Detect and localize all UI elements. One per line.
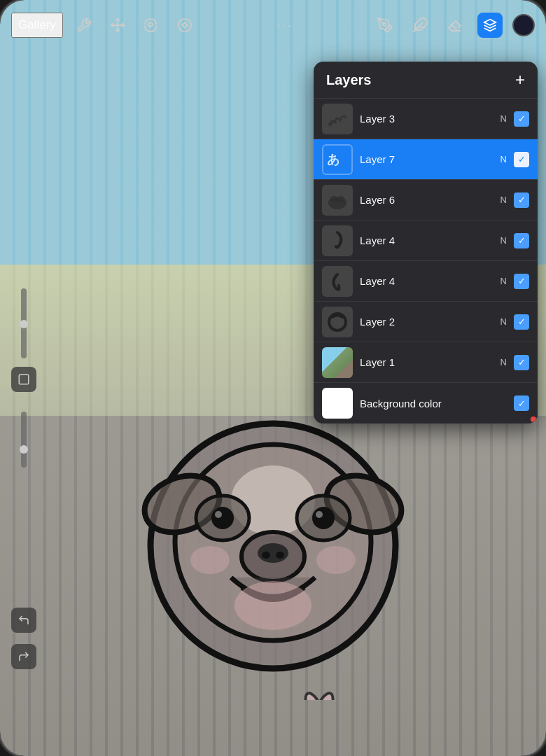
ipad-frame: Gallery bbox=[0, 0, 546, 756]
layer-row[interactable]: Layer 3 N ✓ bbox=[314, 99, 538, 139]
selection-icon[interactable] bbox=[139, 13, 164, 38]
layer-row[interactable]: Layer 4 N ✓ bbox=[314, 261, 538, 302]
layer-name: Layer 4 bbox=[360, 234, 500, 246]
svg-point-12 bbox=[258, 543, 288, 563]
pen-tool-button[interactable] bbox=[372, 13, 398, 38]
wrench-icon[interactable] bbox=[71, 13, 97, 38]
add-layer-button[interactable]: + bbox=[515, 71, 525, 88]
layer-name: Layer 4 bbox=[360, 275, 500, 287]
brush-size-handle bbox=[20, 320, 28, 328]
layer-mode: N bbox=[500, 316, 507, 327]
transform-icon[interactable] bbox=[105, 13, 130, 38]
brush-size-slider[interactable] bbox=[21, 288, 27, 358]
layer-thumbnail bbox=[322, 185, 353, 216]
left-sidebar bbox=[11, 288, 36, 468]
eraser-tool-button[interactable] bbox=[442, 13, 468, 38]
background-color-label: Background color bbox=[360, 398, 514, 410]
gallery-button[interactable]: Gallery bbox=[11, 13, 63, 38]
svg-rect-26 bbox=[19, 374, 29, 384]
svg-point-13 bbox=[262, 552, 270, 559]
opacity-handle bbox=[20, 445, 28, 454]
layer-row[interactable]: Layer 6 N ✓ bbox=[314, 180, 538, 220]
svg-point-9 bbox=[312, 507, 335, 529]
top-toolbar: Gallery bbox=[0, 0, 546, 50]
background-color-row[interactable]: Background color ✓ bbox=[314, 383, 538, 424]
layer-row[interactable]: Layer 2 N ✓ bbox=[314, 302, 538, 342]
toolbar-center: ··· bbox=[197, 18, 372, 33]
svg-marker-25 bbox=[484, 20, 496, 25]
undo-button[interactable] bbox=[11, 608, 36, 633]
layer-visibility-checkbox[interactable]: ✓ bbox=[514, 152, 529, 167]
svg-point-7 bbox=[211, 507, 234, 529]
layer-mode: N bbox=[500, 276, 507, 286]
layer-name: Layer 3 bbox=[360, 113, 500, 125]
svg-text:あ: あ bbox=[327, 153, 340, 167]
layer-visibility-checkbox[interactable]: ✓ bbox=[514, 314, 529, 330]
layers-panel: Layers + Layer 3 N ✓ あ Lay bbox=[314, 62, 538, 424]
svg-point-16 bbox=[190, 546, 230, 574]
ink-tool-button[interactable] bbox=[407, 13, 433, 38]
background-color-thumbnail bbox=[322, 388, 353, 419]
layer-thumbnail bbox=[322, 347, 353, 378]
layer-mode: N bbox=[500, 154, 507, 164]
layer-thumbnail: あ bbox=[322, 144, 353, 175]
layer-name: Layer 7 bbox=[360, 153, 500, 165]
layer-thumbnail bbox=[322, 225, 353, 256]
svg-point-21 bbox=[178, 19, 191, 31]
layer-row[interactable]: Layer 4 N ✓ bbox=[314, 220, 538, 261]
svg-point-8 bbox=[215, 511, 222, 518]
layer-mode: N bbox=[500, 195, 507, 205]
layer-thumbnail bbox=[322, 266, 353, 297]
more-options-button[interactable]: ··· bbox=[276, 18, 293, 33]
toolbar-left: Gallery bbox=[11, 13, 197, 38]
layers-panel-toggle-button[interactable] bbox=[477, 13, 503, 38]
svg-point-28 bbox=[329, 197, 346, 209]
layer-name: Layer 2 bbox=[360, 316, 500, 328]
layer-thumbnail bbox=[322, 307, 353, 337]
layer-visibility-checkbox[interactable]: ✓ bbox=[514, 192, 529, 208]
layer-mode: N bbox=[500, 113, 507, 124]
layer-thumbnail bbox=[322, 104, 353, 134]
redo-button[interactable] bbox=[11, 644, 36, 669]
layer-row[interactable]: Layer 1 N ✓ bbox=[314, 342, 538, 383]
svg-point-22 bbox=[383, 23, 386, 26]
layers-panel-title: Layers bbox=[326, 72, 372, 88]
layer-row[interactable]: あ Layer 7 N ✓ bbox=[314, 139, 538, 180]
layer-visibility-checkbox[interactable]: ✓ bbox=[514, 233, 529, 248]
svg-point-17 bbox=[316, 546, 356, 574]
background-visibility-checkbox[interactable]: ✓ bbox=[514, 396, 529, 411]
layer-mode: N bbox=[500, 235, 507, 246]
layer-name: Layer 1 bbox=[360, 356, 500, 368]
bottom-left-tools bbox=[11, 605, 36, 672]
layers-panel-header: Layers + bbox=[314, 62, 538, 99]
opacity-slider[interactable] bbox=[21, 412, 27, 468]
layer-visibility-checkbox[interactable]: ✓ bbox=[514, 111, 529, 127]
svg-point-14 bbox=[276, 552, 284, 559]
adjust-icon[interactable] bbox=[172, 13, 197, 38]
layer-name: Layer 6 bbox=[360, 194, 500, 206]
svg-point-10 bbox=[316, 511, 323, 518]
layer-mode: N bbox=[500, 357, 507, 368]
svg-point-20 bbox=[148, 22, 153, 27]
layer-visibility-checkbox[interactable]: ✓ bbox=[514, 355, 529, 370]
square-tool-button[interactable] bbox=[11, 367, 36, 392]
svg-point-15 bbox=[234, 581, 312, 630]
toolbar-right bbox=[372, 13, 535, 38]
color-picker-button[interactable] bbox=[512, 14, 535, 36]
layer-visibility-checkbox[interactable]: ✓ bbox=[514, 274, 529, 289]
